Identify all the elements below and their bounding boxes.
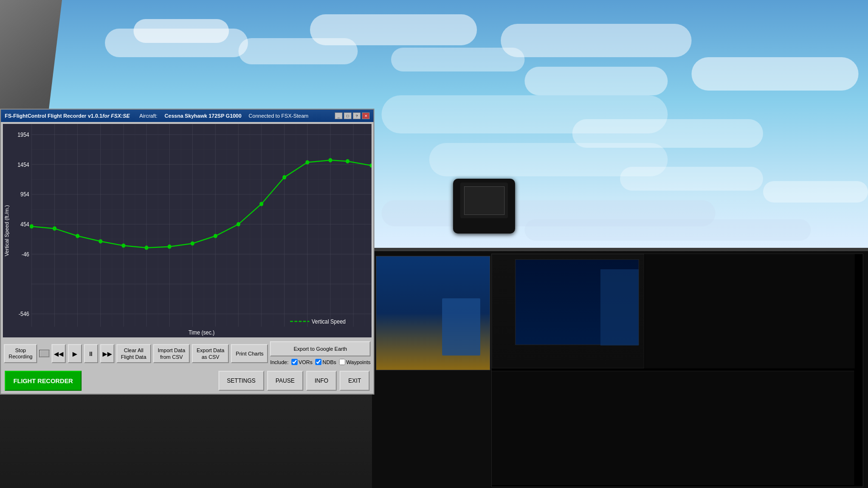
toolbar-row1: Stop Recording ◀◀ ▶ ⏸ ▶▶ Clear All Fligh…	[1, 339, 373, 368]
svg-text:954: 954	[21, 191, 30, 198]
svg-point-63	[305, 160, 309, 164]
chart-svg: 1954 1454 954 454 -46 -546 Vertical Spee…	[3, 124, 372, 337]
svg-text:-46: -46	[21, 251, 29, 257]
include-row: Include: VORs NDBs Waypoints	[270, 358, 371, 366]
help-button[interactable]: ?	[353, 112, 361, 119]
svg-rect-0	[3, 124, 372, 337]
print-charts-button[interactable]: Print Charts	[231, 344, 268, 363]
exit-button[interactable]: EXIT	[340, 371, 370, 391]
next-next-button[interactable]: ▶▶	[100, 344, 114, 363]
svg-point-64	[329, 158, 332, 163]
svg-point-53	[76, 234, 80, 238]
timeline-scrollbar[interactable]	[39, 350, 49, 357]
cloud-15	[525, 219, 811, 241]
cloud-2	[134, 19, 229, 43]
svg-point-58	[191, 241, 195, 245]
ndbs-checkbox-label[interactable]: NDBs	[315, 359, 336, 365]
chart-area: 1954 1454 954 454 -46 -546 Vertical Spee…	[3, 124, 372, 337]
clear-all-button[interactable]: Clear All Flight Data	[116, 344, 151, 364]
svg-point-65	[346, 159, 350, 163]
svg-point-57	[167, 244, 171, 249]
titlebar-info: Aircraft: Cessna Skyhawk 172SP G1000 Con…	[139, 113, 309, 119]
garmin-left-screen	[492, 254, 644, 368]
svg-text:Vertical Speed: Vertical Speed	[312, 318, 346, 325]
connection-status: Connected to FSX-Steam	[248, 113, 308, 119]
flight-recorder-button[interactable]: FLIGHT RECORDER	[5, 371, 82, 391]
window-title: FS-FlightControl Flight Recorder v1.0.1f…	[5, 113, 130, 119]
svg-point-54	[99, 239, 103, 244]
vors-checkbox[interactable]	[291, 359, 298, 365]
minimize-button[interactable]: _	[335, 112, 342, 119]
prev-prev-button[interactable]: ◀◀	[52, 344, 66, 363]
gps-device	[453, 179, 515, 234]
ndbs-checkbox[interactable]	[315, 359, 321, 365]
titlebar-controls: _ □ ? ✕	[335, 112, 370, 119]
recorder-window: FS-FlightControl Flight Recorder v1.0.1f…	[0, 109, 374, 395]
export-google-button[interactable]: Export to Google Earth	[270, 341, 371, 356]
garmin-right	[645, 254, 855, 368]
settings-button[interactable]: SETTINGS	[218, 371, 264, 391]
include-label: Include:	[270, 359, 289, 365]
gps-screen	[460, 183, 508, 218]
svg-text:-546: -546	[19, 311, 29, 317]
waypoints-checkbox[interactable]	[339, 359, 345, 365]
window-titlebar: FS-FlightControl Flight Recorder v1.0.1f…	[1, 110, 373, 122]
vors-checkbox-label[interactable]: VORs	[291, 359, 312, 365]
garmin-map	[516, 260, 639, 345]
nav-screen	[376, 256, 490, 370]
svg-text:1954: 1954	[18, 131, 30, 138]
map-land	[442, 298, 480, 356]
import-data-button[interactable]: Import Data from CSV	[153, 344, 190, 364]
cloud-7	[525, 67, 668, 95]
cloud-4	[310, 14, 477, 45]
y-axis-title: Vertical Speed (ft./m.)	[4, 205, 10, 256]
garmin-cluster	[491, 254, 863, 487]
aircraft-name: Cessna Skyhawk 172SP G1000	[165, 113, 241, 119]
svg-point-59	[214, 234, 217, 238]
export-csv-button[interactable]: Export Data as CSV	[192, 344, 229, 364]
scrollbar-thumb[interactable]	[40, 350, 49, 357]
svg-point-55	[122, 244, 125, 248]
cloud-6	[501, 24, 692, 57]
play-button[interactable]: ▶	[68, 344, 82, 363]
titlebar-left: FS-FlightControl Flight Recorder v1.0.1f…	[5, 113, 309, 119]
garmin-screen-inner	[515, 259, 639, 345]
garmin-bottom	[492, 371, 854, 485]
google-earth-section: Export to Google Earth Include: VORs NDB…	[270, 341, 371, 366]
svg-point-62	[282, 175, 286, 180]
map-coastline	[600, 269, 639, 346]
cloud-8	[692, 57, 858, 91]
svg-point-60	[237, 222, 240, 226]
waypoints-checkbox-label[interactable]: Waypoints	[339, 359, 371, 365]
nav-display	[376, 256, 490, 370]
svg-point-51	[30, 224, 33, 229]
svg-text:454: 454	[21, 221, 30, 227]
cloud-13	[763, 181, 868, 203]
svg-text:1454: 1454	[18, 161, 30, 168]
gps-display	[464, 186, 505, 215]
stop-recording-button[interactable]: Stop Recording	[4, 344, 37, 363]
info-button[interactable]: INFO	[306, 371, 337, 391]
x-axis-title: Time (sec.)	[188, 329, 215, 336]
svg-point-61	[259, 202, 263, 206]
garmin-left	[492, 254, 644, 368]
close-button[interactable]: ✕	[362, 112, 370, 119]
action-bar: FLIGHT RECORDER SETTINGS PAUSE INFO EXIT	[1, 368, 373, 394]
pause-playback-button[interactable]: ⏸	[84, 344, 98, 363]
aircraft-label: Aircraft:	[139, 113, 157, 119]
maximize-button[interactable]: □	[344, 112, 351, 119]
right-instruments	[372, 251, 868, 488]
pause-button[interactable]: PAUSE	[267, 371, 303, 391]
svg-point-56	[145, 245, 148, 250]
cloud-12	[620, 167, 763, 191]
svg-point-52	[52, 226, 56, 231]
